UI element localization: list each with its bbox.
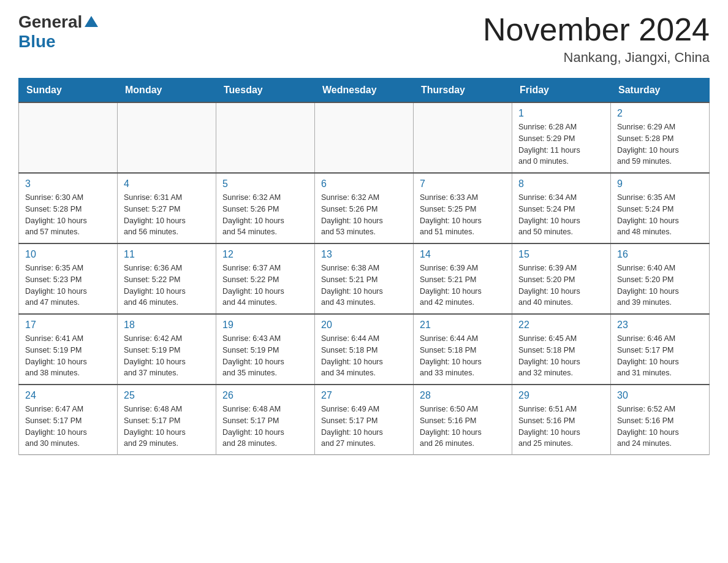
- day-number: 23: [617, 320, 703, 331]
- day-info: Sunrise: 6:41 AM Sunset: 5:19 PM Dayligh…: [25, 333, 111, 379]
- calendar-cell: 17Sunrise: 6:41 AM Sunset: 5:19 PM Dayli…: [19, 314, 118, 385]
- day-info: Sunrise: 6:36 AM Sunset: 5:22 PM Dayligh…: [124, 262, 210, 308]
- day-info: Sunrise: 6:44 AM Sunset: 5:18 PM Dayligh…: [321, 333, 407, 379]
- page-header: General Blue November 2024 Nankang, Jian…: [18, 12, 710, 66]
- day-number: 14: [420, 249, 506, 260]
- calendar-cell: [216, 102, 315, 173]
- calendar-cell: 12Sunrise: 6:37 AM Sunset: 5:22 PM Dayli…: [216, 243, 315, 314]
- column-header-sunday: Sunday: [19, 79, 118, 103]
- day-info: Sunrise: 6:44 AM Sunset: 5:18 PM Dayligh…: [420, 333, 506, 379]
- day-info: Sunrise: 6:52 AM Sunset: 5:16 PM Dayligh…: [617, 404, 703, 450]
- calendar-cell: 19Sunrise: 6:43 AM Sunset: 5:19 PM Dayli…: [216, 314, 315, 385]
- calendar-cell: 8Sunrise: 6:34 AM Sunset: 5:24 PM Daylig…: [512, 173, 611, 243]
- day-info: Sunrise: 6:48 AM Sunset: 5:17 PM Dayligh…: [124, 404, 210, 450]
- day-number: 3: [25, 178, 111, 190]
- day-info: Sunrise: 6:29 AM Sunset: 5:28 PM Dayligh…: [617, 121, 703, 167]
- calendar-cell: 28Sunrise: 6:50 AM Sunset: 5:16 PM Dayli…: [414, 385, 512, 455]
- day-info: Sunrise: 6:33 AM Sunset: 5:25 PM Dayligh…: [420, 192, 506, 238]
- day-number: 12: [222, 249, 308, 260]
- calendar-cell: 14Sunrise: 6:39 AM Sunset: 5:21 PM Dayli…: [414, 243, 512, 314]
- calendar-cell: 22Sunrise: 6:45 AM Sunset: 5:18 PM Dayli…: [512, 314, 611, 385]
- calendar-cell: 2Sunrise: 6:29 AM Sunset: 5:28 PM Daylig…: [611, 102, 710, 173]
- logo-triangle-icon: [85, 16, 98, 27]
- day-info: Sunrise: 6:31 AM Sunset: 5:27 PM Dayligh…: [124, 192, 210, 238]
- calendar-cell: 27Sunrise: 6:49 AM Sunset: 5:17 PM Dayli…: [315, 385, 414, 455]
- day-number: 25: [124, 390, 210, 401]
- day-number: 1: [518, 108, 604, 119]
- calendar-cell: 3Sunrise: 6:30 AM Sunset: 5:28 PM Daylig…: [19, 173, 118, 243]
- day-number: 15: [518, 249, 604, 260]
- calendar-cell: 25Sunrise: 6:48 AM Sunset: 5:17 PM Dayli…: [118, 385, 216, 455]
- day-info: Sunrise: 6:38 AM Sunset: 5:21 PM Dayligh…: [321, 262, 407, 308]
- calendar-cell: 16Sunrise: 6:40 AM Sunset: 5:20 PM Dayli…: [611, 243, 710, 314]
- calendar-cell: 6Sunrise: 6:32 AM Sunset: 5:26 PM Daylig…: [315, 173, 414, 243]
- day-info: Sunrise: 6:46 AM Sunset: 5:17 PM Dayligh…: [617, 333, 703, 379]
- day-number: 10: [25, 249, 111, 260]
- day-number: 7: [420, 178, 506, 190]
- calendar-cell: [315, 102, 414, 173]
- calendar-header-row: SundayMondayTuesdayWednesdayThursdayFrid…: [19, 79, 710, 103]
- day-number: 16: [617, 249, 703, 260]
- calendar-cell: 10Sunrise: 6:35 AM Sunset: 5:23 PM Dayli…: [19, 243, 118, 314]
- calendar-cell: 24Sunrise: 6:47 AM Sunset: 5:17 PM Dayli…: [19, 385, 118, 455]
- month-title: November 2024: [483, 12, 710, 47]
- day-info: Sunrise: 6:48 AM Sunset: 5:17 PM Dayligh…: [222, 404, 308, 450]
- day-info: Sunrise: 6:39 AM Sunset: 5:21 PM Dayligh…: [420, 262, 506, 308]
- day-info: Sunrise: 6:51 AM Sunset: 5:16 PM Dayligh…: [518, 404, 604, 450]
- day-info: Sunrise: 6:32 AM Sunset: 5:26 PM Dayligh…: [321, 192, 407, 238]
- day-info: Sunrise: 6:39 AM Sunset: 5:20 PM Dayligh…: [518, 262, 604, 308]
- day-info: Sunrise: 6:43 AM Sunset: 5:19 PM Dayligh…: [222, 333, 308, 379]
- day-number: 20: [321, 320, 407, 331]
- column-header-wednesday: Wednesday: [315, 79, 414, 103]
- calendar-cell: 29Sunrise: 6:51 AM Sunset: 5:16 PM Dayli…: [512, 385, 611, 455]
- week-row-5: 24Sunrise: 6:47 AM Sunset: 5:17 PM Dayli…: [19, 385, 710, 455]
- week-row-3: 10Sunrise: 6:35 AM Sunset: 5:23 PM Dayli…: [19, 243, 710, 314]
- calendar-cell: 4Sunrise: 6:31 AM Sunset: 5:27 PM Daylig…: [118, 173, 216, 243]
- title-area: November 2024 Nankang, Jiangxi, China: [483, 12, 710, 66]
- week-row-1: 1Sunrise: 6:28 AM Sunset: 5:29 PM Daylig…: [19, 102, 710, 173]
- day-number: 13: [321, 249, 407, 260]
- day-info: Sunrise: 6:40 AM Sunset: 5:20 PM Dayligh…: [617, 262, 703, 308]
- day-number: 22: [518, 320, 604, 331]
- day-number: 18: [124, 320, 210, 331]
- calendar-table: SundayMondayTuesdayWednesdayThursdayFrid…: [18, 78, 710, 455]
- logo-general-text: General: [18, 12, 82, 32]
- day-number: 26: [222, 390, 308, 401]
- day-info: Sunrise: 6:37 AM Sunset: 5:22 PM Dayligh…: [222, 262, 308, 308]
- day-info: Sunrise: 6:30 AM Sunset: 5:28 PM Dayligh…: [25, 192, 111, 238]
- week-row-4: 17Sunrise: 6:41 AM Sunset: 5:19 PM Dayli…: [19, 314, 710, 385]
- calendar-cell: 1Sunrise: 6:28 AM Sunset: 5:29 PM Daylig…: [512, 102, 611, 173]
- day-info: Sunrise: 6:47 AM Sunset: 5:17 PM Dayligh…: [25, 404, 111, 450]
- day-info: Sunrise: 6:35 AM Sunset: 5:24 PM Dayligh…: [617, 192, 703, 238]
- calendar-cell: 26Sunrise: 6:48 AM Sunset: 5:17 PM Dayli…: [216, 385, 315, 455]
- day-number: 27: [321, 390, 407, 401]
- calendar-cell: 23Sunrise: 6:46 AM Sunset: 5:17 PM Dayli…: [611, 314, 710, 385]
- day-info: Sunrise: 6:35 AM Sunset: 5:23 PM Dayligh…: [25, 262, 111, 308]
- calendar-cell: 13Sunrise: 6:38 AM Sunset: 5:21 PM Dayli…: [315, 243, 414, 314]
- day-info: Sunrise: 6:42 AM Sunset: 5:19 PM Dayligh…: [124, 333, 210, 379]
- day-number: 24: [25, 390, 111, 401]
- day-number: 19: [222, 320, 308, 331]
- calendar-cell: 5Sunrise: 6:32 AM Sunset: 5:26 PM Daylig…: [216, 173, 315, 243]
- calendar-cell: 30Sunrise: 6:52 AM Sunset: 5:16 PM Dayli…: [611, 385, 710, 455]
- calendar-cell: 9Sunrise: 6:35 AM Sunset: 5:24 PM Daylig…: [611, 173, 710, 243]
- day-number: 4: [124, 178, 210, 190]
- day-number: 5: [222, 178, 308, 190]
- column-header-friday: Friday: [512, 79, 611, 103]
- calendar-cell: 21Sunrise: 6:44 AM Sunset: 5:18 PM Dayli…: [414, 314, 512, 385]
- calendar-cell: [118, 102, 216, 173]
- calendar-cell: 11Sunrise: 6:36 AM Sunset: 5:22 PM Dayli…: [118, 243, 216, 314]
- day-number: 29: [518, 390, 604, 401]
- day-number: 2: [617, 108, 703, 119]
- calendar-cell: 18Sunrise: 6:42 AM Sunset: 5:19 PM Dayli…: [118, 314, 216, 385]
- day-info: Sunrise: 6:49 AM Sunset: 5:17 PM Dayligh…: [321, 404, 407, 450]
- day-number: 8: [518, 178, 604, 190]
- day-number: 9: [617, 178, 703, 190]
- logo-blue-text: Blue: [18, 32, 56, 52]
- column-header-tuesday: Tuesday: [216, 79, 315, 103]
- day-info: Sunrise: 6:34 AM Sunset: 5:24 PM Dayligh…: [518, 192, 604, 238]
- day-number: 17: [25, 320, 111, 331]
- column-header-thursday: Thursday: [414, 79, 512, 103]
- day-number: 28: [420, 390, 506, 401]
- day-info: Sunrise: 6:28 AM Sunset: 5:29 PM Dayligh…: [518, 121, 604, 167]
